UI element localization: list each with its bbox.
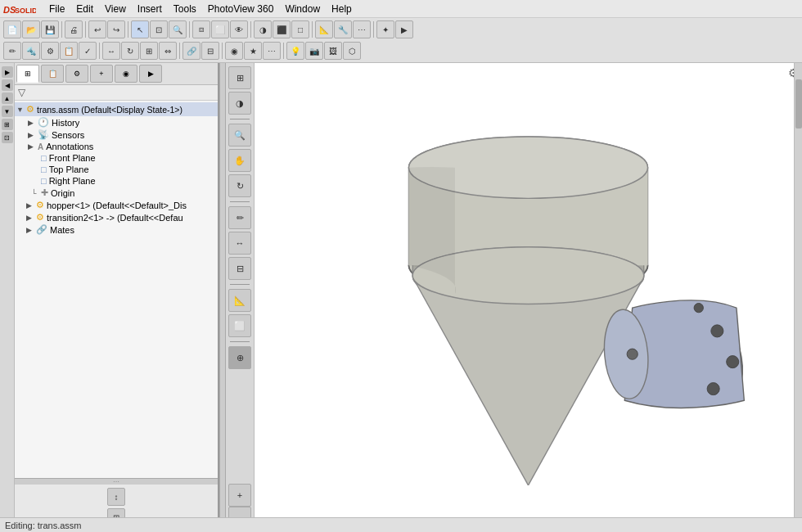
menu-view[interactable]: View bbox=[100, 2, 131, 16]
hopper-icon: ⚙ bbox=[36, 200, 44, 210]
left-icon-1[interactable]: ▶ bbox=[2, 66, 13, 78]
lt-pan[interactable]: ✋ bbox=[228, 149, 251, 172]
tb-wireframe[interactable]: □ bbox=[291, 20, 309, 38]
right-plane-icon: □ bbox=[41, 176, 47, 186]
transition-icon: ⚙ bbox=[36, 212, 44, 223]
status-text: Editing: trans.assm bbox=[5, 521, 82, 530]
menu-help[interactable]: Help bbox=[327, 2, 357, 16]
left-icon-2[interactable]: ◀ bbox=[2, 79, 13, 91]
tb-redo[interactable]: ↪ bbox=[107, 20, 125, 38]
tb-undo[interactable]: ↩ bbox=[88, 20, 106, 38]
tb-pv360[interactable]: ◉ bbox=[225, 42, 243, 60]
menu-photoview[interactable]: PhotoView 360 bbox=[203, 2, 279, 16]
tab-feature-manager[interactable]: ⊞ bbox=[16, 65, 39, 83]
tb-select[interactable]: ↖ bbox=[131, 20, 149, 38]
tree-item-history[interactable]: ▶ 🕐 History bbox=[15, 116, 218, 128]
lt-sketch-mode[interactable]: ✏ bbox=[228, 206, 251, 229]
v-scroll-thumb[interactable] bbox=[795, 79, 802, 128]
lt-relations[interactable]: ⊟ bbox=[228, 257, 251, 280]
left-icon-4[interactable]: ▼ bbox=[2, 106, 13, 117]
tree-item-top-plane[interactable]: □ Top Plane bbox=[15, 164, 218, 175]
tree-item-annotations[interactable]: ▶ A Annotations bbox=[15, 141, 218, 152]
tb-pattern[interactable]: ⊞ bbox=[140, 42, 158, 60]
tb-sketch[interactable]: ✏ bbox=[3, 42, 21, 60]
lt-rotate[interactable]: ↻ bbox=[228, 174, 251, 197]
tab-more[interactable]: ▶ bbox=[139, 65, 162, 83]
tb-scene[interactable]: 🖼 bbox=[324, 42, 342, 60]
tab-property-manager[interactable]: 📋 bbox=[41, 65, 64, 83]
tree-item-sensors[interactable]: ▶ 📡 Sensors bbox=[15, 128, 218, 141]
lt-display[interactable]: ◑ bbox=[228, 92, 251, 115]
tb-shaded[interactable]: ⬛ bbox=[273, 20, 291, 38]
tb-mirror[interactable]: ⇔ bbox=[159, 42, 177, 60]
menu-file[interactable]: File bbox=[44, 2, 70, 16]
menu-bar: DS SOLIDWORKS File Edit View Insert Tool… bbox=[0, 0, 802, 18]
tab-display-manager[interactable]: ◉ bbox=[115, 65, 137, 83]
lt-view3d[interactable]: ⊞ bbox=[228, 66, 251, 89]
tb-rotate2[interactable]: ↻ bbox=[121, 42, 139, 60]
tb-smartmate[interactable]: 🔗 bbox=[182, 42, 200, 60]
panel-resize-handle[interactable] bbox=[219, 63, 226, 530]
left-icon-6[interactable]: ⊡ bbox=[2, 132, 13, 143]
tb-decal[interactable]: ⬡ bbox=[343, 42, 361, 60]
tree-item-hopper[interactable]: ▶ ⚙ hopper<1> (Default<<Default>_Dis bbox=[15, 199, 218, 211]
tree-item-mates[interactable]: ▶ 🔗 Mates bbox=[15, 223, 218, 236]
tb-align[interactable]: ⊟ bbox=[201, 42, 219, 60]
tb-light[interactable]: 💡 bbox=[286, 42, 304, 60]
tb-sep5 bbox=[250, 21, 251, 38]
top-plane-label: Top Plane bbox=[49, 165, 89, 174]
tree-item-front-plane[interactable]: □ Front Plane bbox=[15, 152, 218, 164]
tb-new[interactable]: 📄 bbox=[3, 20, 21, 38]
tree-item-root[interactable]: ▼ ⚙ trans.assm (Default<Display State-1>… bbox=[15, 102, 218, 116]
lt-smart-dim[interactable]: ↔ bbox=[228, 232, 251, 255]
tb-features[interactable]: 🔩 bbox=[22, 42, 40, 60]
tb-display-style[interactable]: ◑ bbox=[254, 20, 272, 38]
origin-label: Origin bbox=[51, 188, 74, 198]
tb-eval[interactable]: ✓ bbox=[79, 42, 97, 60]
left-icon-bar: ▶ ◀ ▲ ▼ ⊞ ⊡ bbox=[0, 63, 15, 530]
tb-move[interactable]: ↔ bbox=[102, 42, 120, 60]
annotations-label: Annotations bbox=[46, 142, 93, 151]
lt-section[interactable]: ⬜ bbox=[228, 314, 251, 337]
tb-open[interactable]: 📂 bbox=[22, 20, 40, 38]
menu-window[interactable]: Window bbox=[280, 2, 325, 16]
tb-render[interactable]: ★ bbox=[244, 42, 262, 60]
lt-measure[interactable]: 📐 bbox=[228, 289, 251, 312]
tree-item-origin[interactable]: └ ✚ Origin bbox=[15, 187, 218, 199]
3d-viewport[interactable]: ⚙ bbox=[255, 63, 802, 530]
left-icon-5[interactable]: ⊞ bbox=[2, 119, 13, 130]
menu-edit[interactable]: Edit bbox=[71, 2, 98, 16]
menu-tools[interactable]: Tools bbox=[169, 2, 201, 16]
tree-item-right-plane[interactable]: □ Right Plane bbox=[15, 175, 218, 187]
tb-print[interactable]: 🖨 bbox=[65, 20, 83, 38]
tab-dimxpert[interactable]: + bbox=[90, 65, 113, 83]
tb-mate[interactable]: 🔧 bbox=[334, 20, 352, 38]
tree-resize-handle[interactable]: ⋯ bbox=[15, 478, 218, 485]
tb-section[interactable]: ⬜ bbox=[211, 20, 229, 38]
lt-triad[interactable]: ⊕ bbox=[228, 346, 251, 369]
tree-item-transition[interactable]: ▶ ⚙ transition2<1> -> (Default<<Defau bbox=[15, 211, 218, 223]
tb-zoom[interactable]: 🔍 bbox=[169, 20, 187, 38]
tb-explode[interactable]: ✦ bbox=[376, 20, 394, 38]
tb-more2[interactable]: ⋯ bbox=[263, 42, 281, 60]
tb-assembly[interactable]: ⚙ bbox=[41, 42, 59, 60]
tb-more1[interactable]: ⋯ bbox=[353, 20, 371, 38]
left-icon-3[interactable]: ▲ bbox=[2, 92, 13, 104]
tb-hide-show[interactable]: 👁 bbox=[230, 20, 248, 38]
tb-view-orient[interactable]: ⧈ bbox=[192, 20, 210, 38]
tb-zoom-fit[interactable]: ⊡ bbox=[150, 20, 168, 38]
lt-sep3 bbox=[230, 284, 250, 285]
bottom-icon-1[interactable]: ↕ bbox=[107, 488, 125, 506]
tab-config-manager[interactable]: ⚙ bbox=[65, 65, 88, 83]
root-icon: ⚙ bbox=[26, 104, 34, 115]
vertical-scrollbar[interactable] bbox=[794, 63, 802, 521]
tb-measure[interactable]: 📐 bbox=[315, 20, 333, 38]
tb-camera[interactable]: 📷 bbox=[305, 42, 323, 60]
lt-origin[interactable]: + bbox=[228, 484, 251, 507]
lt-zoom[interactable]: 🔍 bbox=[228, 124, 251, 147]
tb-animate[interactable]: ▶ bbox=[395, 20, 413, 38]
svg-point-16 bbox=[707, 383, 719, 395]
tb-save[interactable]: 💾 bbox=[41, 20, 59, 38]
menu-insert[interactable]: Insert bbox=[133, 2, 167, 16]
tb-drawing[interactable]: 📋 bbox=[60, 42, 78, 60]
